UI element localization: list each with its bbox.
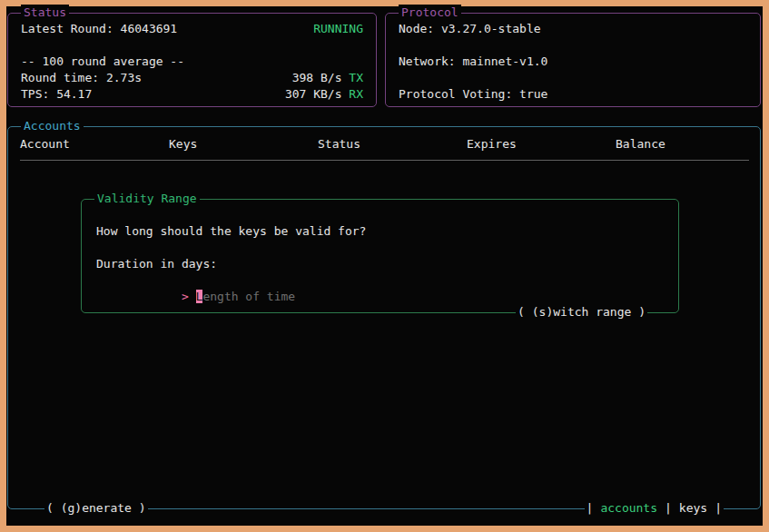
tab-separator: |: [587, 500, 594, 517]
switch-range-button[interactable]: ( (s)witch range ): [516, 304, 647, 320]
column-header-account: Account: [20, 136, 169, 153]
status-panel: Status Latest Round: 46043691 RUNNING --…: [7, 13, 377, 107]
column-header-expires: Expires: [467, 136, 616, 153]
spacer-row: [21, 37, 363, 54]
tx-rate-value: 398 B/s: [292, 71, 350, 84]
latest-round-value: Latest Round: 46043691: [21, 21, 177, 37]
column-header-balance: Balance: [616, 136, 764, 153]
round-time-value: Round time: 2.73s: [21, 70, 142, 86]
tx-label: TX: [349, 71, 363, 84]
tab-separator: |: [665, 500, 672, 517]
rx-label: RX: [349, 87, 363, 101]
tab-accounts[interactable]: accounts: [600, 500, 657, 517]
protocol-panel-title: Protocol: [399, 5, 461, 21]
window-frame: Status Latest Round: 46043691 RUNNING --…: [0, 0, 769, 532]
view-tabs: | accounts | keys |: [585, 500, 724, 517]
accounts-table-header: Account Keys Status Expires Balance: [8, 136, 760, 153]
tab-keys[interactable]: keys: [679, 500, 707, 517]
validity-range-title: Validity Range: [94, 191, 200, 207]
terminal-screen: Status Latest Round: 46043691 RUNNING --…: [6, 6, 763, 526]
table-header-divider: [20, 160, 749, 161]
rx-rate: 307 KB/s RX: [285, 86, 363, 103]
spacer-row: [96, 240, 664, 256]
column-header-keys: Keys: [169, 136, 318, 153]
tx-rate: 398 B/s TX: [292, 70, 363, 86]
spacer-row: [399, 70, 747, 86]
validity-range-dialog: Validity Range How long should the keys …: [81, 199, 679, 313]
spacer-row: [399, 37, 747, 54]
round-average-header: -- 100 round average --: [21, 54, 184, 70]
node-version: Node: v3.27.0-stable: [399, 21, 541, 37]
rx-rate-value: 307 KB/s: [285, 87, 349, 101]
validity-question: How long should the keys be valid for?: [96, 223, 664, 240]
status-panel-title: Status: [21, 5, 69, 21]
accounts-panel-title: Accounts: [21, 118, 84, 134]
accounts-panel: Accounts Account Keys Status Expires Bal…: [7, 126, 761, 509]
protocol-panel: Protocol Node: v3.27.0-stable Network: m…: [385, 13, 761, 107]
column-header-status: Status: [318, 136, 467, 153]
network-name: Network: mainnet-v1.0: [399, 54, 547, 70]
generate-button[interactable]: ( (g)enerate ): [44, 500, 148, 517]
input-prompt-chevron: >: [182, 290, 196, 303]
protocol-voting: Protocol Voting: true: [399, 86, 547, 103]
node-state-badge: RUNNING: [313, 21, 363, 37]
duration-input[interactable]: > Length of time: [96, 272, 664, 289]
input-placeholder: ength of time: [202, 290, 295, 303]
duration-label: Duration in days:: [96, 256, 664, 272]
tab-separator: |: [715, 500, 722, 517]
tps-value: TPS: 54.17: [21, 86, 92, 103]
